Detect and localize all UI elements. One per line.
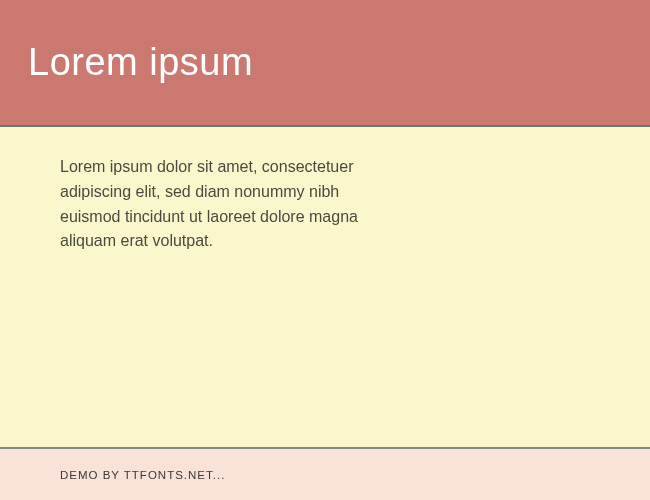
footer-bar: DEMO BY TTFONTS.NET... <box>0 449 650 500</box>
header-banner: Lorem ipsum <box>0 0 650 125</box>
content-area: Lorem ipsum dolor sit amet, consectetuer… <box>0 127 650 447</box>
body-paragraph: Lorem ipsum dolor sit amet, consectetuer… <box>60 155 400 254</box>
page-title: Lorem ipsum <box>28 41 253 84</box>
footer-credit: DEMO BY TTFONTS.NET... <box>60 469 225 481</box>
